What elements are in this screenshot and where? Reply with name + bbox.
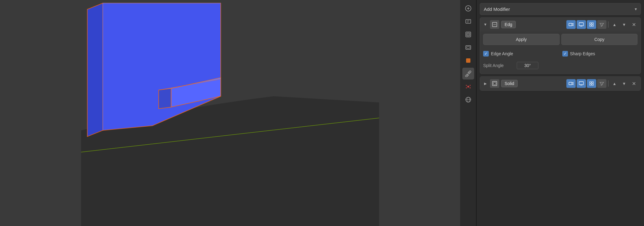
svg-marker-3: [87, 3, 103, 137]
svg-rect-41: [569, 82, 572, 85]
split-angle-value[interactable]: 30°: [517, 62, 538, 69]
edgesplit-name-button[interactable]: Edg: [501, 21, 516, 28]
svg-rect-38: [592, 25, 593, 26]
svg-point-24: [469, 87, 471, 88]
edgesplit-editmode-icon-btn[interactable]: [587, 20, 596, 29]
svg-rect-36: [592, 23, 593, 24]
svg-point-20: [467, 86, 469, 88]
split-angle-row: Split Angle 30°: [483, 61, 637, 70]
solidify-mod-icon: [490, 79, 499, 88]
svg-rect-49: [592, 84, 593, 85]
sharp-edges-label: Sharp Edges: [570, 51, 595, 56]
apply-button[interactable]: Apply: [483, 34, 560, 45]
edgesplit-mod-icon: [490, 20, 499, 29]
add-modifier-dropdown[interactable]: Add Modifier ▾: [480, 3, 641, 15]
solidify-editmode-icon-btn[interactable]: [587, 79, 596, 88]
edgesplit-render-icon-btn[interactable]: [566, 20, 576, 29]
solidify-filter-icon-btn[interactable]: [597, 79, 606, 88]
edgesplit-viewport-icon-btn[interactable]: [577, 20, 586, 29]
edgesplit-checkbox-row: ✓ Edge Angle ✓ Sharp Edges: [483, 49, 637, 59]
solidify-modifier-header: ▶ Solid: [480, 77, 641, 90]
edge-angle-label: Edge Angle: [491, 51, 513, 56]
svg-rect-16: [467, 33, 470, 36]
solidify-separator: [608, 80, 609, 87]
header-separator: [608, 21, 609, 28]
viewport[interactable]: [0, 0, 460, 226]
edgesplit-filter-icon-btn[interactable]: [597, 20, 606, 29]
svg-rect-47: [592, 82, 593, 83]
physics-icon-btn[interactable]: [462, 94, 474, 106]
modifier-icon-btn[interactable]: [462, 68, 474, 79]
svg-rect-17: [466, 46, 471, 49]
svg-rect-35: [590, 23, 591, 24]
add-modifier-chevron-icon: ▾: [635, 7, 637, 11]
edgesplit-move-up-btn[interactable]: ▲: [610, 20, 619, 29]
svg-rect-19: [466, 58, 470, 63]
solidify-collapse-arrow[interactable]: ▶: [483, 82, 488, 86]
edge-angle-group: ✓ Edge Angle: [483, 51, 559, 56]
edgesplit-props: ✓ Edge Angle ✓ Sharp Edges Split Angle 3…: [480, 47, 641, 74]
apply-copy-row: Apply Copy: [480, 31, 641, 47]
edgesplit-modifier-header: ▼ Edg: [480, 18, 641, 31]
particles-icon-btn[interactable]: [462, 81, 474, 93]
sidebar-icons-panel: [460, 0, 476, 226]
output-icon-btn[interactable]: [462, 42, 474, 53]
sharp-edges-checkbox[interactable]: ✓: [562, 51, 568, 56]
split-angle-label: Split Angle: [483, 63, 514, 68]
sharp-edges-group: ✓ Sharp Edges: [562, 51, 638, 56]
render-icon-btn[interactable]: [462, 29, 474, 40]
copy-button[interactable]: Copy: [561, 34, 638, 45]
svg-rect-30: [569, 23, 572, 26]
svg-point-23: [466, 87, 467, 88]
solidify-modifier-block: ▶ Solid: [480, 76, 641, 91]
solidify-name-button[interactable]: Solid: [501, 80, 518, 87]
solidify-close-btn[interactable]: ✕: [629, 79, 638, 88]
edgesplit-header-icons: ▲ ▼ ✕: [566, 20, 638, 29]
svg-marker-5: [159, 88, 171, 109]
svg-rect-46: [590, 82, 591, 83]
tool-icon-btn[interactable]: [462, 2, 474, 14]
svg-marker-42: [572, 82, 573, 85]
edgesplit-close-btn[interactable]: ✕: [629, 20, 638, 29]
edgesplit-modifier-block: ▼ Edg: [480, 17, 641, 74]
svg-point-22: [469, 85, 471, 86]
svg-rect-32: [579, 23, 583, 26]
svg-rect-37: [590, 25, 591, 26]
svg-marker-31: [572, 23, 573, 26]
solidify-header-icons: ▲ ▼ ✕: [566, 79, 638, 88]
scene-icon-btn[interactable]: [462, 16, 474, 27]
svg-rect-48: [590, 84, 591, 85]
solidify-move-down-btn[interactable]: ▼: [620, 79, 628, 88]
solidify-render-icon-btn[interactable]: [566, 79, 576, 88]
edgesplit-collapse-arrow[interactable]: ▼: [483, 22, 488, 27]
edgesplit-move-down-btn[interactable]: ▼: [620, 20, 628, 29]
solidify-viewport-icon-btn[interactable]: [577, 79, 586, 88]
solidify-move-up-btn[interactable]: ▲: [610, 79, 619, 88]
svg-rect-40: [493, 82, 496, 85]
edge-angle-checkbox[interactable]: ✓: [483, 51, 489, 56]
svg-rect-43: [579, 82, 583, 85]
object-props-icon-btn[interactable]: [462, 55, 474, 66]
add-modifier-label: Add Modifier: [484, 7, 635, 12]
properties-panel: Add Modifier ▾ ▼ Edg: [476, 0, 644, 226]
svg-rect-18: [467, 47, 470, 48]
svg-point-21: [466, 85, 467, 86]
svg-rect-12: [466, 20, 471, 23]
